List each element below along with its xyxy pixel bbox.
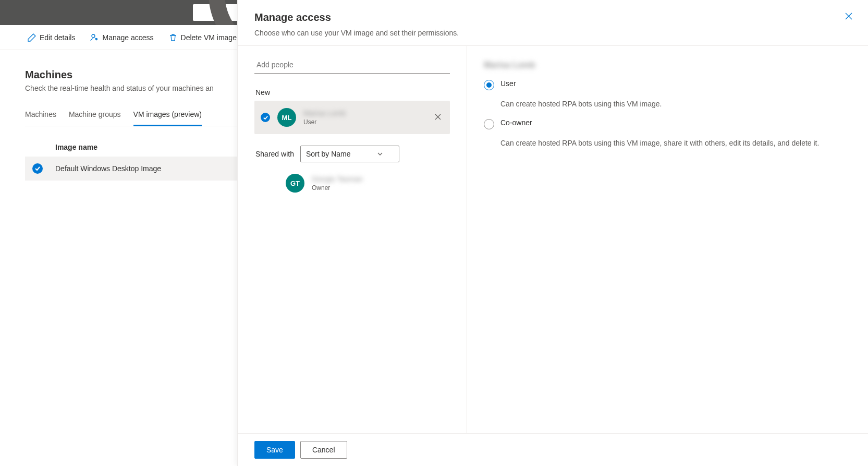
manage-access-label: Manage access (102, 33, 153, 42)
edit-details-label: Edit details (40, 33, 75, 42)
panel-subtitle: Choose who can use your VM image and set… (254, 29, 851, 37)
remove-person-button[interactable] (432, 111, 444, 124)
radio-user[interactable] (484, 80, 494, 90)
person-name-blurred: Giorgio Tasman (312, 175, 444, 183)
person-row-owner[interactable]: GT Giorgio Tasman Owner (254, 166, 450, 200)
avatar: GT (286, 174, 304, 193)
save-button[interactable]: Save (254, 441, 295, 459)
panel-header: Manage access Choose who can use your VM… (238, 0, 868, 46)
manage-access-panel: Manage access Choose who can use your VM… (237, 0, 868, 466)
panel-permissions-column: Marisa Lomb User Can create hosted RPA b… (467, 46, 868, 433)
sort-by-dropdown[interactable]: Sort by Name (300, 146, 399, 162)
pencil-icon (27, 33, 36, 42)
panel-footer: Save Cancel (238, 433, 868, 466)
shared-with-label: Shared with (255, 150, 294, 158)
person-name-blurred: Marisa Lomb (303, 109, 425, 117)
close-icon (844, 11, 853, 21)
person-role: User (303, 118, 425, 126)
permission-user-label: User (500, 79, 516, 90)
cancel-button[interactable]: Cancel (300, 441, 347, 459)
close-icon (434, 113, 442, 121)
row-image-name: Default Windows Desktop Image (50, 164, 161, 173)
delete-vm-image-button[interactable]: Delete VM image (166, 30, 239, 45)
chevron-down-icon (377, 151, 383, 157)
permission-coowner-label: Co-owner (500, 118, 532, 129)
tab-machine-groups[interactable]: Machine groups (69, 105, 121, 126)
permission-option-user[interactable]: User (484, 79, 851, 90)
person-selected-check-icon (261, 113, 270, 122)
svg-point-2 (92, 34, 95, 38)
avatar: ML (277, 108, 296, 127)
add-people-input[interactable] (254, 56, 450, 74)
person-role: Owner (312, 184, 444, 192)
permission-user-description: Can create hosted RPA bots using this VM… (500, 100, 851, 108)
tab-vm-images[interactable]: VM images (preview) (133, 105, 202, 126)
permission-option-coowner[interactable]: Co-owner (484, 118, 851, 129)
panel-title: Manage access (254, 11, 851, 23)
edit-details-button[interactable]: Edit details (25, 30, 77, 45)
person-share-icon (90, 33, 99, 42)
sort-by-value: Sort by Name (306, 150, 351, 158)
row-selected-check-icon[interactable] (32, 163, 43, 174)
panel-people-column: New ML Marisa Lomb User Shared with Sort… (238, 46, 467, 433)
tab-machines[interactable]: Machines (25, 105, 56, 126)
permissions-heading-blurred: Marisa Lomb (484, 61, 851, 70)
permission-coowner-description: Can create hosted RPA bots using this VM… (500, 139, 851, 147)
delete-vm-image-label: Delete VM image (181, 33, 237, 42)
new-section-label: New (255, 88, 450, 97)
panel-close-button[interactable] (844, 11, 853, 22)
radio-coowner[interactable] (484, 119, 494, 129)
manage-access-button[interactable]: Manage access (88, 30, 155, 45)
trash-icon (168, 33, 178, 42)
person-row-new[interactable]: ML Marisa Lomb User (254, 101, 450, 134)
